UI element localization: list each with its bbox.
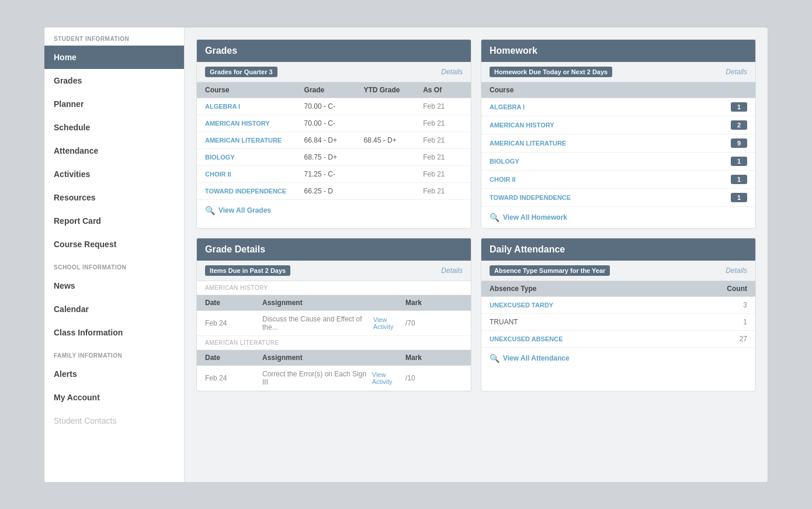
- grades-table-row: AMERICAN HISTORY 70.00 - C- Feb 21: [197, 115, 471, 132]
- sidebar-item-attendance[interactable]: Attendance: [44, 139, 184, 162]
- homework-course-link[interactable]: TOWARD INDEPENDENCE: [490, 194, 731, 201]
- grades-course-link[interactable]: CHOIR II: [205, 171, 304, 178]
- grades-course-link[interactable]: ALGEBRA I: [205, 103, 304, 110]
- homework-table-row: CHOIR II 1: [481, 171, 755, 189]
- grades-grade-val: 70.00 - C-: [304, 119, 364, 127]
- attendance-view-all-link[interactable]: View All Attendance: [503, 354, 570, 362]
- grades-course-link[interactable]: AMERICAN HISTORY: [205, 120, 304, 127]
- sidebar-item-studentcontacts: Student Contacts: [44, 409, 184, 432]
- gd-col-mark: Mark: [405, 354, 463, 362]
- gd-mark: /70: [405, 319, 463, 327]
- sidebar-item-calendar[interactable]: Calendar: [44, 297, 184, 321]
- sidebar-item-alerts[interactable]: Alerts: [44, 362, 184, 386]
- attendance-table-row: UNEXCUSED TARDY 3: [481, 297, 755, 314]
- grades-asof-val: Feb 21: [423, 170, 463, 178]
- sidebar-item-reportcard[interactable]: Report Card: [44, 209, 184, 233]
- grades-grade-val: 70.00 - C-: [304, 102, 364, 110]
- homework-table-row: ALGEBRA I 1: [481, 98, 755, 116]
- homework-table-row: TOWARD INDEPENDENCE 1: [481, 189, 755, 207]
- grades-ytd-val: 68.45 - D+: [363, 136, 423, 144]
- grades-details-link[interactable]: Details: [441, 68, 463, 76]
- sidebar-item-home[interactable]: Home: [44, 46, 184, 69]
- homework-table-row: AMERICAN LITERATURE 9: [481, 134, 755, 153]
- sidebar: STUDENT INFORMATION Home Grades Planner …: [44, 27, 185, 482]
- daily-attendance-header: Daily Attendance: [481, 238, 755, 261]
- grades-view-all-icon: 🔍: [205, 206, 215, 215]
- homework-course-link[interactable]: AMERICAN HISTORY: [490, 122, 731, 129]
- attendance-type: TRUANT: [490, 318, 743, 326]
- sidebar-item-news[interactable]: News: [44, 274, 184, 297]
- grades-asof-val: Feb 21: [423, 102, 463, 110]
- gd-col-assignment: Assignment: [262, 354, 405, 362]
- homework-view-all-link[interactable]: View All Homework: [503, 213, 567, 221]
- grade-details-panel: Grade Details Items Due in Past 2 Days D…: [196, 238, 471, 392]
- homework-table-row: AMERICAN HISTORY 2: [481, 116, 755, 134]
- grade-details-col-headers: Date Assignment Mark: [197, 295, 471, 311]
- grades-col-grade: Grade: [304, 86, 364, 94]
- daily-attendance-subheader: Absence Type Summary for the Year Detail…: [481, 261, 755, 281]
- gd-col-assignment: Assignment: [262, 299, 405, 307]
- homework-details-link[interactable]: Details: [726, 68, 747, 76]
- grades-panel-header: Grades: [197, 40, 471, 62]
- gd-date: Feb 24: [205, 319, 262, 327]
- gd-view-activity-link[interactable]: View Activity: [373, 316, 405, 330]
- homework-table-row: BIOLOGY 1: [481, 153, 755, 171]
- grades-col-ytd: YTD Grade: [363, 86, 423, 94]
- grade-details-section-label: AMERICAN HISTORY: [197, 281, 471, 295]
- sidebar-item-classinfo[interactable]: Class Information: [44, 321, 184, 344]
- grade-details-filter-badge: Items Due in Past 2 Days: [205, 265, 290, 276]
- grades-course-link[interactable]: BIOLOGY: [205, 154, 304, 161]
- grade-details-col-headers: Date Assignment Mark: [197, 350, 471, 366]
- homework-panel: Homework Homework Due Today or Next 2 Da…: [481, 39, 756, 228]
- sidebar-item-grades[interactable]: Grades: [44, 69, 184, 92]
- homework-view-all-row: 🔍 View All Homework: [481, 207, 755, 228]
- attendance-count: 27: [740, 335, 747, 343]
- sidebar-item-activities[interactable]: Activities: [44, 162, 184, 186]
- homework-view-all-icon: 🔍: [490, 213, 499, 222]
- grade-details-details-link[interactable]: Details: [441, 266, 463, 275]
- homework-course-link[interactable]: AMERICAN LITERATURE: [490, 140, 731, 147]
- sidebar-item-courserequest[interactable]: Course Request: [44, 233, 184, 256]
- grades-rows: ALGEBRA I 70.00 - C- Feb 21 AMERICAN HIS…: [197, 98, 471, 200]
- grades-grade-val: 66.84 - D+: [304, 136, 364, 144]
- gd-col-mark: Mark: [405, 299, 463, 307]
- grade-details-section-label: AMERICAN LITERATURE: [197, 336, 471, 350]
- sidebar-item-planner[interactable]: Planner: [44, 92, 184, 116]
- attendance-col-count: Count: [727, 285, 747, 293]
- gd-assignment-text: Discuss the Cause and Effect of the...: [262, 315, 369, 331]
- grades-table-row: CHOIR II 71.25 - C- Feb 21: [197, 166, 471, 183]
- grades-col-asof: As Of: [423, 86, 463, 94]
- grade-details-subheader: Items Due in Past 2 Days Details: [197, 261, 471, 281]
- gd-col-date: Date: [205, 299, 262, 307]
- sidebar-item-myaccount[interactable]: My Account: [44, 386, 184, 409]
- homework-course-link[interactable]: CHOIR II: [490, 176, 731, 183]
- gd-view-activity-link[interactable]: View Activity: [372, 371, 405, 385]
- grades-grade-val: 66.25 - D: [304, 187, 364, 195]
- homework-count-badge: 1: [731, 175, 747, 184]
- sidebar-item-resources[interactable]: Resources: [44, 186, 184, 209]
- grades-view-all-link[interactable]: View All Grades: [218, 206, 271, 214]
- grades-course-link[interactable]: TOWARD INDEPENDENCE: [205, 188, 304, 195]
- gd-assignment-cell: Discuss the Cause and Effect of the... V…: [262, 315, 405, 331]
- homework-course-link[interactable]: BIOLOGY: [490, 158, 731, 165]
- grades-table-row: ALGEBRA I 70.00 - C- Feb 21: [197, 98, 471, 115]
- homework-col-headers: Course: [481, 82, 755, 98]
- attendance-view-all-row: 🔍 View All Attendance: [481, 348, 755, 369]
- daily-attendance-title: Daily Attendance: [490, 244, 565, 254]
- student-info-section-label: STUDENT INFORMATION: [44, 27, 184, 46]
- grades-asof-val: Feb 21: [423, 136, 463, 144]
- homework-subheader: Homework Due Today or Next 2 Days Detail…: [481, 62, 755, 82]
- attendance-type[interactable]: UNEXCUSED ABSENCE: [490, 335, 740, 342]
- grades-table-row: TOWARD INDEPENDENCE 66.25 - D Feb 21: [197, 183, 471, 200]
- daily-attendance-details-link[interactable]: Details: [726, 266, 747, 275]
- sidebar-item-schedule[interactable]: Schedule: [44, 116, 184, 139]
- grades-grade-val: 68.75 - D+: [304, 153, 364, 161]
- grade-details-table-row: Feb 24 Discuss the Cause and Effect of t…: [197, 311, 471, 336]
- grades-course-link[interactable]: AMERICAN LITERATURE: [205, 137, 304, 144]
- attendance-type[interactable]: UNEXCUSED TARDY: [490, 302, 743, 309]
- gd-assignment-cell: Correct the Error(s) on Each Sign III Vi…: [262, 370, 405, 386]
- outer-card: STUDENT INFORMATION Home Grades Planner …: [44, 27, 768, 483]
- homework-count-badge: 1: [731, 157, 747, 166]
- homework-course-link[interactable]: ALGEBRA I: [490, 103, 731, 110]
- homework-count-badge: 9: [731, 138, 747, 148]
